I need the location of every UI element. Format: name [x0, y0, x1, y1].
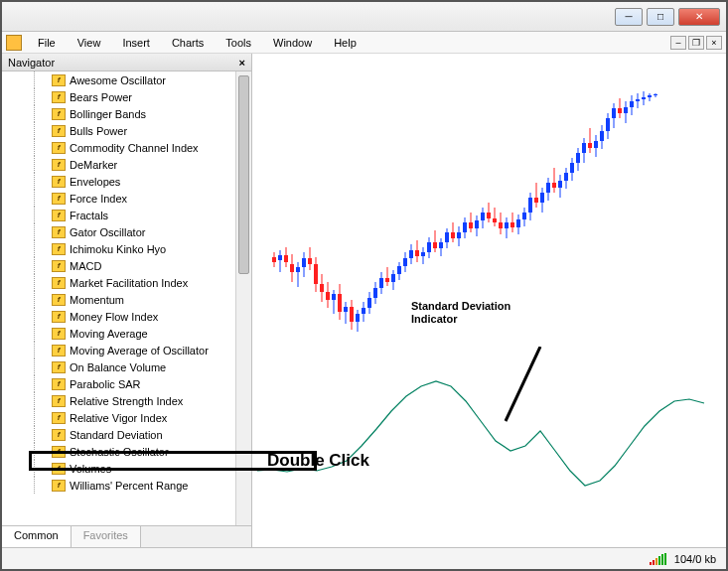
navigator-close-button[interactable]: ×: [239, 57, 245, 69]
mdi-restore-button[interactable]: ❐: [688, 36, 704, 50]
svg-rect-99: [564, 173, 568, 181]
svg-rect-97: [558, 181, 562, 188]
indicator-list[interactable]: Awesome OscillatorBears PowerBollinger B…: [2, 71, 235, 525]
indicator-item-relative-strength-index[interactable]: Relative Strength Index: [2, 392, 235, 409]
navigator-scrollbar[interactable]: [235, 71, 251, 525]
svg-line-130: [506, 347, 540, 421]
indicator-item-money-flow-index[interactable]: Money Flow Index: [2, 308, 235, 325]
mdi-minimize-button[interactable]: –: [670, 36, 686, 50]
svg-rect-49: [415, 250, 419, 256]
window-close-button[interactable]: ✕: [678, 8, 720, 26]
indicator-icon: [52, 210, 66, 221]
annotation-arrow-line: [501, 347, 560, 426]
indicator-item-force-index[interactable]: Force Index: [2, 190, 235, 207]
svg-rect-81: [510, 222, 514, 227]
indicator-item-bears-power[interactable]: Bears Power: [2, 88, 235, 105]
indicator-item-bollinger-bands[interactable]: Bollinger Bands: [2, 105, 235, 122]
svg-rect-11: [302, 258, 306, 267]
window-maximize-button[interactable]: □: [647, 8, 674, 26]
titlebar: ─ □ ✕: [2, 2, 726, 32]
svg-rect-7: [290, 264, 294, 272]
indicator-icon: [52, 226, 66, 238]
indicator-item-macd[interactable]: MACD: [2, 257, 235, 274]
window-minimize-button[interactable]: ─: [615, 8, 643, 26]
menu-charts[interactable]: Charts: [162, 35, 214, 51]
svg-rect-107: [588, 143, 592, 148]
statusbar: 104/0 kb: [2, 547, 726, 569]
indicator-item-momentum[interactable]: Momentum: [2, 291, 235, 308]
svg-rect-77: [499, 222, 503, 228]
indicator-label: Bollinger Bands: [70, 108, 146, 120]
indicator-item-relative-vigor-index[interactable]: Relative Vigor Index: [2, 409, 235, 426]
navigator-titlebar: Navigator ×: [2, 54, 251, 71]
indicator-item-on-balance-volume[interactable]: On Balance Volume: [2, 358, 235, 375]
svg-rect-109: [594, 141, 598, 148]
menu-tools[interactable]: Tools: [216, 35, 261, 51]
indicator-item-bulls-power[interactable]: Bulls Power: [2, 122, 235, 139]
svg-rect-85: [522, 213, 526, 219]
indicator-icon: [52, 395, 66, 407]
svg-rect-117: [618, 108, 622, 113]
svg-rect-129: [654, 94, 657, 95]
menu-file[interactable]: File: [28, 35, 66, 51]
indicator-item-williams-percent-range[interactable]: Williams' Percent Range: [2, 477, 235, 494]
mdi-close-button[interactable]: ×: [706, 36, 722, 50]
indicator-item-market-facilitation-index[interactable]: Market Facilitation Index: [2, 274, 235, 291]
indicator-icon: [52, 91, 66, 103]
indicator-item-demarker[interactable]: DeMarker: [2, 156, 235, 173]
tab-common[interactable]: Common: [2, 526, 72, 547]
chart-area[interactable]: Standard Deviation Indicator Double Clic…: [252, 54, 726, 547]
svg-rect-95: [552, 183, 556, 188]
svg-rect-79: [505, 222, 509, 228]
indicator-label: Fractals: [70, 210, 108, 221]
indicator-item-ichimoku-kinko-hyo[interactable]: Ichimoku Kinko Hyo: [2, 240, 235, 257]
indicator-icon: [52, 328, 66, 340]
indicator-icon: [52, 294, 66, 306]
svg-rect-31: [362, 308, 365, 314]
indicator-label: Money Flow Index: [70, 311, 158, 323]
menu-insert[interactable]: Insert: [112, 35, 160, 51]
navigator-panel: Navigator × Awesome OscillatorBears Powe…: [2, 54, 252, 547]
svg-rect-15: [314, 264, 318, 284]
svg-rect-27: [350, 307, 354, 322]
app-window: ─ □ ✕ File View Insert Charts Tools Wind…: [2, 2, 726, 569]
svg-rect-57: [439, 242, 443, 248]
menu-window[interactable]: Window: [263, 35, 322, 51]
svg-rect-73: [487, 213, 491, 218]
svg-rect-43: [397, 266, 401, 274]
indicator-label: Commodity Channel Index: [70, 142, 199, 154]
svg-rect-121: [630, 101, 634, 107]
menu-view[interactable]: View: [68, 35, 111, 51]
indicator-item-moving-average-of-oscillator[interactable]: Moving Average of Oscillator: [2, 342, 235, 358]
indicator-label: Force Index: [70, 193, 127, 205]
indicator-item-standard-deviation[interactable]: Standard Deviation: [2, 426, 235, 443]
indicator-item-fractals[interactable]: Fractals: [2, 207, 235, 223]
svg-rect-111: [600, 131, 604, 141]
svg-rect-123: [636, 99, 640, 101]
indicator-label: On Balance Volume: [70, 361, 166, 373]
indicator-item-volumes[interactable]: Volumes: [2, 460, 235, 477]
indicator-item-envelopes[interactable]: Envelopes: [2, 173, 235, 190]
indicator-item-stochastic-oscillator[interactable]: Stochastic Oscillator: [2, 443, 235, 460]
scrollbar-thumb[interactable]: [238, 75, 249, 274]
indicator-item-moving-average[interactable]: Moving Average: [2, 325, 235, 342]
svg-rect-119: [624, 107, 628, 113]
indicator-label: DeMarker: [70, 159, 117, 171]
indicator-item-gator-oscillator[interactable]: Gator Oscillator: [2, 223, 235, 240]
svg-rect-65: [463, 222, 467, 232]
indicator-label: Volumes: [70, 463, 111, 475]
indicator-icon: [52, 361, 66, 373]
indicator-icon: [52, 125, 66, 137]
indicator-label: Standard Deviation: [70, 429, 163, 441]
menu-help[interactable]: Help: [324, 35, 366, 51]
indicator-label: Moving Average of Oscillator: [70, 345, 209, 357]
indicator-item-commodity-channel-index[interactable]: Commodity Channel Index: [2, 139, 235, 156]
indicator-item-parabolic-sar[interactable]: Parabolic SAR: [2, 375, 235, 392]
svg-rect-33: [367, 298, 371, 308]
indicator-icon: [52, 74, 66, 86]
indicator-item-awesome-oscillator[interactable]: Awesome Oscillator: [2, 71, 235, 88]
tab-favorites[interactable]: Favorites: [72, 526, 141, 547]
indicator-label: Momentum: [70, 294, 124, 306]
indicator-icon: [52, 176, 66, 188]
indicator-icon: [52, 142, 66, 154]
